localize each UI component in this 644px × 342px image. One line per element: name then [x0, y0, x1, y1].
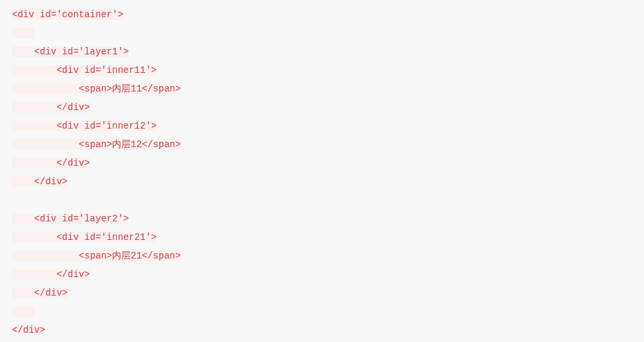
code-text: </div>: [12, 325, 45, 335]
code-text: [12, 102, 56, 113]
code-line: [12, 191, 632, 209]
code-text: [12, 65, 56, 76]
code-line: <div id='container'>: [12, 5, 632, 24]
code-text: <span>内层11</span>: [79, 84, 181, 94]
code-line: </div>: [12, 284, 632, 302]
code-line: <div id='inner21'>: [12, 228, 632, 247]
code-block: <div id='container'> <div id='layer1'> <…: [12, 5, 632, 339]
code-text: <div id='layer2'>: [34, 213, 129, 224]
code-text: </div>: [56, 269, 89, 280]
code-line: </div>: [12, 172, 632, 191]
code-text: <div id='layer1'>: [34, 46, 129, 57]
code-text: <span>内层12</span>: [79, 139, 181, 150]
code-text: [12, 251, 79, 261]
code-text: [12, 213, 34, 224]
code-line: </div>: [12, 98, 632, 117]
code-text: <div id='inner21'>: [56, 232, 156, 243]
code-text: <div id='container'>: [12, 9, 123, 20]
code-line: [12, 302, 632, 321]
code-text: </div>: [56, 158, 89, 168]
code-text: [12, 158, 56, 168]
code-line: <span>内层12</span>: [12, 135, 632, 154]
code-text: [12, 269, 56, 280]
code-text: [12, 121, 56, 131]
code-line: <div id='layer1'>: [12, 42, 632, 61]
code-line: [12, 24, 632, 42]
code-text: [12, 46, 34, 57]
code-line: </div>: [12, 321, 632, 339]
code-line: <div id='layer2'>: [12, 209, 632, 228]
code-line: <span>内层21</span>: [12, 247, 632, 265]
code-text: </div>: [34, 176, 68, 187]
code-text: [12, 288, 34, 298]
code-line: <span>内层11</span>: [12, 80, 632, 98]
code-line: </div>: [12, 265, 632, 284]
code-text: [12, 232, 56, 243]
code-text: </div>: [34, 288, 68, 298]
code-line: </div>: [12, 154, 632, 172]
code-line: <div id='inner11'>: [12, 61, 632, 80]
code-text: <span>内层21</span>: [79, 251, 181, 261]
code-text: <div id='inner11'>: [56, 65, 156, 76]
code-text: [12, 139, 79, 150]
code-text: </div>: [56, 102, 89, 113]
code-text: <div id='inner12'>: [56, 121, 156, 131]
code-text: [12, 28, 34, 38]
code-text: [12, 306, 34, 317]
code-line: <div id='inner12'>: [12, 117, 632, 135]
code-text: [12, 176, 34, 187]
code-text: [12, 84, 79, 94]
